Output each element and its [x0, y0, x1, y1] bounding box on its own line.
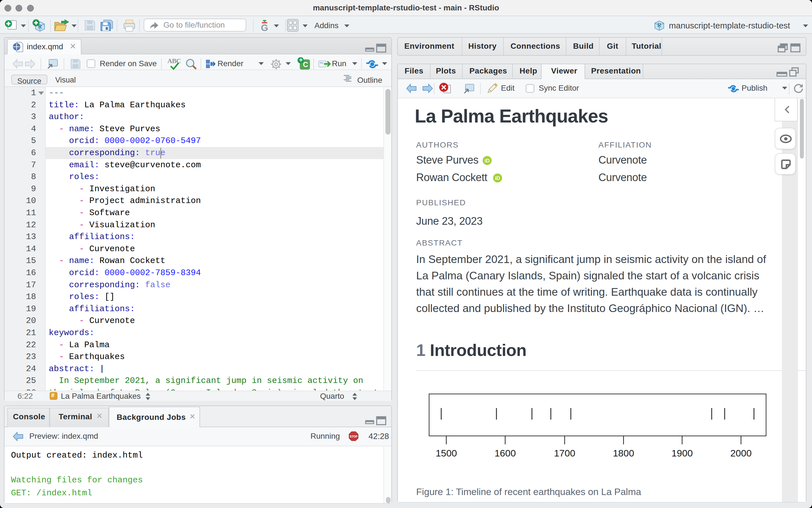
svg-text:1600: 1600	[494, 448, 516, 458]
svg-text:2000: 2000	[730, 448, 752, 458]
svg-text:1700: 1700	[554, 448, 575, 458]
svg-text:R: R	[657, 22, 661, 29]
svg-text:1500: 1500	[436, 448, 457, 458]
svg-text:1800: 1800	[613, 448, 634, 458]
svg-text:G: G	[261, 23, 268, 31]
svg-text:iD: iD	[495, 175, 500, 181]
svg-text:1900: 1900	[672, 448, 693, 458]
svg-text:iD: iD	[485, 158, 490, 164]
svg-text:STOP: STOP	[350, 435, 358, 438]
